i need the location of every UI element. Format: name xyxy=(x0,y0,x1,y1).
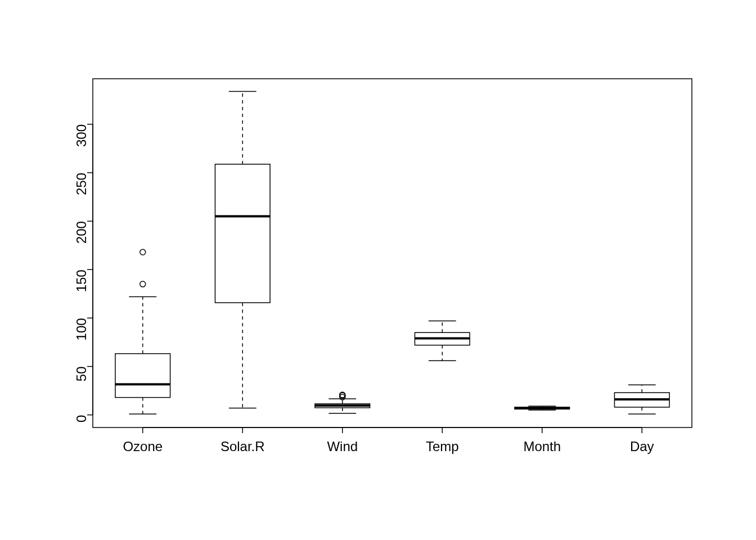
x-tick-label: Wind xyxy=(327,439,358,454)
x-tick-label: Ozone xyxy=(123,439,163,454)
y-tick-label: 300 xyxy=(74,124,89,147)
y-tick-label: 200 xyxy=(74,221,89,244)
outlier-point xyxy=(140,249,146,255)
x-tick-label: Temp xyxy=(426,439,459,454)
plot-area xyxy=(93,79,692,428)
y-tick-label: 50 xyxy=(74,367,89,382)
y-tick-label: 0 xyxy=(74,415,89,422)
y-tick-label: 150 xyxy=(74,269,89,292)
box xyxy=(215,164,270,303)
box xyxy=(115,354,170,398)
x-tick-label: Solar.R xyxy=(220,439,265,454)
boxplot-chart: 050100150200250300OzoneSolar.RWindTempMo… xyxy=(0,0,756,540)
x-tick-label: Day xyxy=(630,439,654,454)
outlier-point xyxy=(140,281,146,287)
y-tick-label: 100 xyxy=(74,318,89,340)
x-tick-label: Month xyxy=(523,439,561,454)
y-tick-label: 250 xyxy=(74,173,89,195)
